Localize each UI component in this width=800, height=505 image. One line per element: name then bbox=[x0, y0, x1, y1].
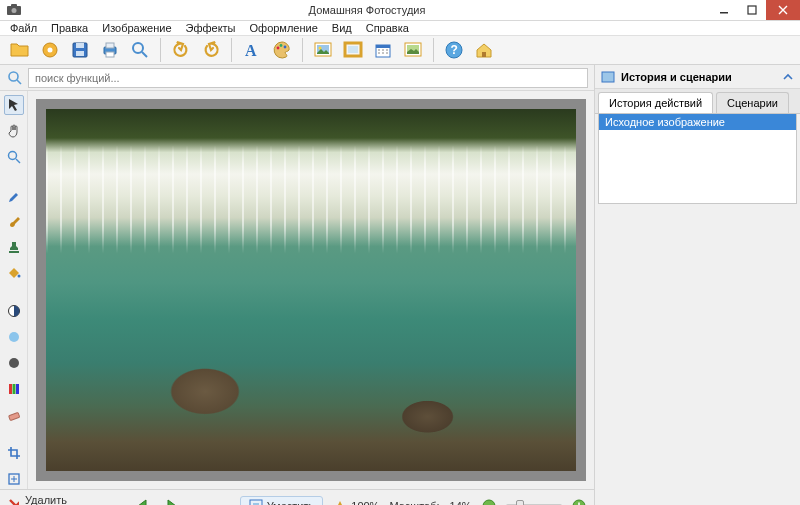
svg-rect-4 bbox=[748, 6, 756, 14]
sharpen-tool-icon[interactable] bbox=[4, 353, 24, 373]
canvas-frame bbox=[36, 99, 586, 481]
svg-point-16 bbox=[280, 44, 283, 47]
menu-image[interactable]: Изображение bbox=[96, 21, 177, 35]
stamp-tool-icon[interactable] bbox=[4, 237, 24, 257]
svg-point-33 bbox=[17, 275, 20, 278]
svg-point-15 bbox=[277, 47, 280, 50]
search-icon[interactable] bbox=[126, 36, 154, 64]
picture-icon[interactable] bbox=[309, 36, 337, 64]
fit-icon bbox=[249, 499, 263, 506]
home-icon[interactable] bbox=[470, 36, 498, 64]
zoom-100-button[interactable]: 100% bbox=[333, 499, 379, 506]
prev-arrow-icon[interactable] bbox=[134, 495, 152, 506]
brush-tool-icon[interactable] bbox=[4, 211, 24, 231]
zoom-100-label: 100% bbox=[351, 500, 379, 506]
menu-help[interactable]: Справка bbox=[360, 21, 415, 35]
pointer-tool-icon[interactable] bbox=[4, 95, 24, 115]
zoom-tool-icon[interactable] bbox=[4, 147, 24, 167]
menu-effects[interactable]: Эффекты bbox=[180, 21, 242, 35]
right-panel-header: История и сценарии bbox=[595, 65, 800, 89]
main-toolbar: A ? bbox=[0, 36, 800, 65]
tab-scenarios[interactable]: Сценарии bbox=[716, 92, 789, 113]
picture2-icon[interactable] bbox=[399, 36, 427, 64]
toolbar-separator bbox=[302, 38, 303, 62]
slider-thumb[interactable] bbox=[516, 500, 524, 506]
bottom-bar: Удалить фото Уместить 100% Масштаб: 14% bbox=[0, 489, 594, 505]
svg-rect-8 bbox=[76, 43, 84, 48]
menu-decor[interactable]: Оформление bbox=[244, 21, 324, 35]
collapse-icon[interactable] bbox=[782, 71, 794, 83]
right-panel-title: История и сценарии bbox=[621, 71, 732, 83]
fill-tool-icon[interactable] bbox=[4, 263, 24, 283]
svg-point-13 bbox=[133, 43, 143, 53]
palette-icon[interactable] bbox=[268, 36, 296, 64]
minimize-button[interactable] bbox=[710, 0, 738, 20]
svg-text:A: A bbox=[245, 42, 257, 59]
open-folder-icon[interactable] bbox=[6, 36, 34, 64]
print-icon[interactable] bbox=[96, 36, 124, 64]
frame-icon[interactable] bbox=[339, 36, 367, 64]
search-magnifier-icon[interactable] bbox=[6, 69, 24, 87]
svg-point-43 bbox=[483, 500, 495, 506]
svg-point-36 bbox=[9, 358, 19, 368]
toolbar-separator bbox=[160, 38, 161, 62]
svg-rect-29 bbox=[482, 52, 486, 57]
next-arrow-icon[interactable] bbox=[162, 495, 180, 506]
maximize-button[interactable] bbox=[738, 0, 766, 20]
svg-text:?: ? bbox=[451, 43, 458, 57]
svg-rect-9 bbox=[76, 51, 84, 56]
tool-strip bbox=[0, 91, 28, 489]
main-area: Удалить фото Уместить 100% Масштаб: 14% bbox=[0, 65, 800, 505]
fit-label: Уместить bbox=[267, 500, 315, 506]
svg-point-1 bbox=[12, 8, 17, 13]
right-panel-tabs: История действий Сценарии bbox=[595, 89, 800, 114]
history-panel-icon bbox=[601, 71, 615, 83]
eraser-tool-icon[interactable] bbox=[4, 405, 24, 425]
calendar-icon[interactable] bbox=[369, 36, 397, 64]
svg-point-35 bbox=[9, 332, 19, 342]
redo-icon[interactable] bbox=[197, 36, 225, 64]
canvas-wrapper bbox=[28, 91, 594, 489]
zoom-in-icon[interactable] bbox=[572, 499, 586, 506]
zoom-out-icon[interactable] bbox=[482, 499, 496, 506]
image-canvas[interactable] bbox=[46, 109, 576, 471]
menu-view[interactable]: Вид bbox=[326, 21, 358, 35]
svg-rect-3 bbox=[720, 12, 728, 14]
eyedropper-tool-icon[interactable] bbox=[4, 185, 24, 205]
delete-photo-button[interactable]: Удалить фото bbox=[8, 494, 74, 506]
search-row bbox=[0, 65, 594, 91]
resize-tool-icon[interactable] bbox=[4, 469, 24, 489]
titlebar: Домашняя Фотостудия bbox=[0, 0, 800, 21]
search-input[interactable] bbox=[28, 68, 588, 88]
hand-tool-icon[interactable] bbox=[4, 121, 24, 141]
history-list: Исходное изображение bbox=[598, 114, 797, 204]
tab-history[interactable]: История действий bbox=[598, 92, 713, 113]
svg-rect-12 bbox=[106, 52, 114, 57]
close-button[interactable] bbox=[766, 0, 800, 20]
toolbar-separator bbox=[231, 38, 232, 62]
gear-icon[interactable] bbox=[36, 36, 64, 64]
crop-tool-icon[interactable] bbox=[4, 443, 24, 463]
svg-rect-40 bbox=[8, 412, 19, 420]
contrast-tool-icon[interactable] bbox=[4, 301, 24, 321]
zoom-value: 14% bbox=[450, 500, 472, 506]
app-icon bbox=[4, 2, 24, 18]
svg-rect-24 bbox=[376, 45, 390, 48]
menu-file[interactable]: Файл bbox=[4, 21, 43, 35]
menu-edit[interactable]: Правка bbox=[45, 21, 94, 35]
help-icon[interactable]: ? bbox=[440, 36, 468, 64]
zoom-label: Масштаб: bbox=[389, 500, 439, 506]
fit-button[interactable]: Уместить bbox=[240, 496, 324, 506]
editor-row bbox=[0, 91, 594, 489]
delete-x-icon bbox=[8, 498, 19, 506]
svg-rect-37 bbox=[9, 384, 12, 394]
save-icon[interactable] bbox=[66, 36, 94, 64]
undo-icon[interactable] bbox=[167, 36, 195, 64]
svg-rect-38 bbox=[12, 384, 15, 394]
blur-tool-icon[interactable] bbox=[4, 327, 24, 347]
svg-rect-32 bbox=[9, 251, 19, 253]
triangle-icon bbox=[333, 499, 347, 506]
levels-tool-icon[interactable] bbox=[4, 379, 24, 399]
text-icon[interactable]: A bbox=[238, 36, 266, 64]
history-item[interactable]: Исходное изображение bbox=[599, 114, 796, 130]
